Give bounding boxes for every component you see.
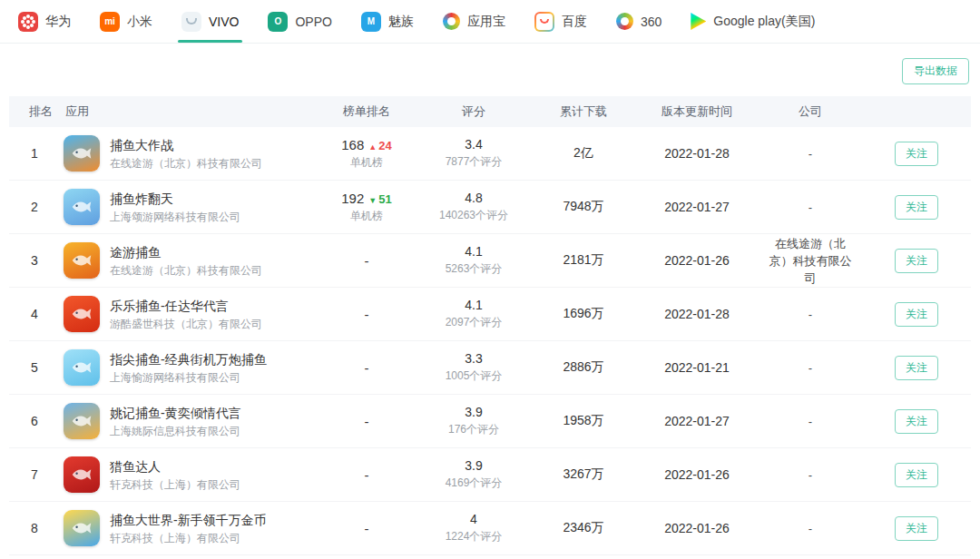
chart-rank-cell: - [318,253,416,269]
updated-cell: 2022-01-28 [635,146,759,161]
app-developer: 上海颂游网络科技有限公司 [110,210,240,224]
header-chart-rank: 榜单排名 [318,103,416,120]
rating-value: 4.1 [465,244,482,259]
follow-button[interactable]: 关注 [895,142,938,166]
store-tab-google-play[interactable]: Google play(美国) [691,0,815,43]
oppo-icon: O [268,12,288,32]
rank-cell: 2 [9,200,64,214]
follow-button[interactable]: 关注 [895,302,938,327]
header-company: 公司 [759,103,862,120]
rank-cell: 3 [9,253,64,268]
action-cell: 关注 [862,356,971,380]
app-name[interactable]: 捕鱼大作战 [110,137,262,153]
store-tab-oppo[interactable]: O OPPO [268,0,331,43]
app-text: 猎鱼达人 轩克科技（上海）有限公司 [110,458,240,492]
app-cell: 途游捕鱼 在线途游（北京）科技有限公司 [64,242,318,279]
rating-cell: 4 1224个评分 [416,512,532,544]
table-body: 1 捕鱼大作战 在线途游（北京）科技有限公司 168 ▲24 单机榜 3.4 7… [9,127,971,555]
app-name[interactable]: 指尖捕鱼-经典街机万炮捕鱼 [110,351,267,368]
export-data-button[interactable]: 导出数据 [902,58,969,84]
app-text: 捕鱼大世界-新手领千万金币 轩克科技（上海）有限公司 [110,512,267,545]
rank-cell: 7 [9,467,64,482]
app-developer: 轩克科技（上海）有限公司 [110,477,240,492]
rating-count: 2097个评分 [446,315,503,330]
store-tab-label: 360 [641,15,662,29]
app-cell: 捕鱼大作战 在线途游（北京）科技有限公司 [64,135,318,172]
follow-button[interactable]: 关注 [895,195,938,220]
chart-rank-line: - [365,360,369,376]
table-row: 4 乐乐捕鱼-任达华代言 游酷盛世科技（北京）有限公司 - 4.1 2097个评… [9,288,971,341]
app-name[interactable]: 姚记捕鱼-黄奕倾情代言 [110,405,241,421]
store-tab-label: OPPO [295,15,331,29]
chart-rank-value: - [365,521,369,536]
app-developer: 上海姚际信息科技有限公司 [110,424,241,438]
app-name[interactable]: 捕鱼炸翻天 [110,191,240,207]
rank-cell: 1 [9,146,64,161]
chart-rank-line: 192 ▼51 [341,191,391,206]
chart-rank-line: - [365,521,369,536]
updated-cell: 2022-01-27 [635,200,759,214]
store-tab-baidu[interactable]: 百度 [534,0,587,43]
downloads-cell: 3267万 [532,466,635,483]
updated-cell: 2022-01-28 [635,307,759,321]
rating-cell: 4.1 5263个评分 [416,244,532,277]
chart-rank-line: - [365,307,369,322]
chart-rank-cell: - [318,307,416,322]
store-tab-huawei[interactable]: 华为 [18,0,71,43]
store-tab-label: Google play(美国) [713,14,815,30]
follow-button[interactable]: 关注 [895,516,938,541]
trend-indicator: ▼51 [368,192,391,206]
follow-button[interactable]: 关注 [895,249,938,273]
chart-rank-line: - [365,467,369,483]
downloads-cell: 1696万 [532,306,635,322]
store-tab-vivo[interactable]: VIVO [181,0,239,43]
rating-value: 3.4 [465,137,482,152]
app-text: 捕鱼大作战 在线途游（北京）科技有限公司 [110,137,262,171]
app-cell: 猎鱼达人 轩克科技（上海）有限公司 [64,456,318,493]
updated-cell: 2022-01-26 [635,521,759,535]
app-icon [64,510,100,546]
rating-cell: 3.9 176个评分 [416,405,532,437]
rating-cell: 3.9 4169个评分 [416,458,532,491]
store-tab-yingyongbao[interactable]: 应用宝 [443,0,505,43]
app-text: 途游捕鱼 在线途游（北京）科技有限公司 [110,244,262,278]
app-name[interactable]: 乐乐捕鱼-任达华代言 [110,298,262,314]
store-tab-360[interactable]: 360 [616,0,662,43]
app-text: 姚记捕鱼-黄奕倾情代言 上海姚际信息科技有限公司 [110,405,241,438]
chart-rank-line: - [365,253,369,269]
company-cell: - [759,145,862,162]
follow-button[interactable]: 关注 [895,356,938,380]
fish-icon [70,249,93,272]
fish-icon [70,302,93,326]
action-cell: 关注 [862,463,971,487]
app-cell: 指尖捕鱼-经典街机万炮捕鱼 上海愉游网络科技有限公司 [64,349,318,386]
fish-icon [70,516,93,540]
chart-rank-value: - [365,414,369,429]
rank-cell: 6 [9,414,64,428]
store-tab-label: 应用宝 [467,14,505,30]
rating-value: 4 [470,512,477,526]
store-tab-meizu[interactable]: M 魅族 [361,0,414,43]
app-icon [64,456,100,493]
app-name[interactable]: 捕鱼大世界-新手领千万金币 [110,512,267,528]
rank-cell: 8 [9,521,64,535]
app-cell: 乐乐捕鱼-任达华代言 游酷盛世科技（北京）有限公司 [64,296,318,332]
rating-count: 7877个评分 [446,154,503,170]
chart-rank-cell: - [318,467,416,483]
app-name[interactable]: 猎鱼达人 [110,458,240,475]
store-tab-xiaomi[interactable]: mi 小米 [100,0,152,43]
fish-icon [70,356,93,379]
follow-button[interactable]: 关注 [895,463,938,487]
table-row: 7 猎鱼达人 轩克科技（上海）有限公司 - 3.9 4169个评分 [9,448,971,502]
trend-arrow-icon: ▲ [368,142,377,152]
action-cell: 关注 [862,409,971,434]
rating-cell: 3.4 7877个评分 [416,137,532,170]
app-name[interactable]: 途游捕鱼 [110,244,262,260]
rating-cell: 4.8 140263个评分 [416,191,532,223]
app-cell: 捕鱼大世界-新手领千万金币 轩克科技（上海）有限公司 [64,510,318,546]
trend-indicator: ▲24 [368,139,391,152]
store-tab-label: 百度 [562,14,587,30]
follow-button[interactable]: 关注 [895,409,938,434]
rating-value: 3.3 [465,351,482,366]
action-cell: 关注 [862,195,971,220]
